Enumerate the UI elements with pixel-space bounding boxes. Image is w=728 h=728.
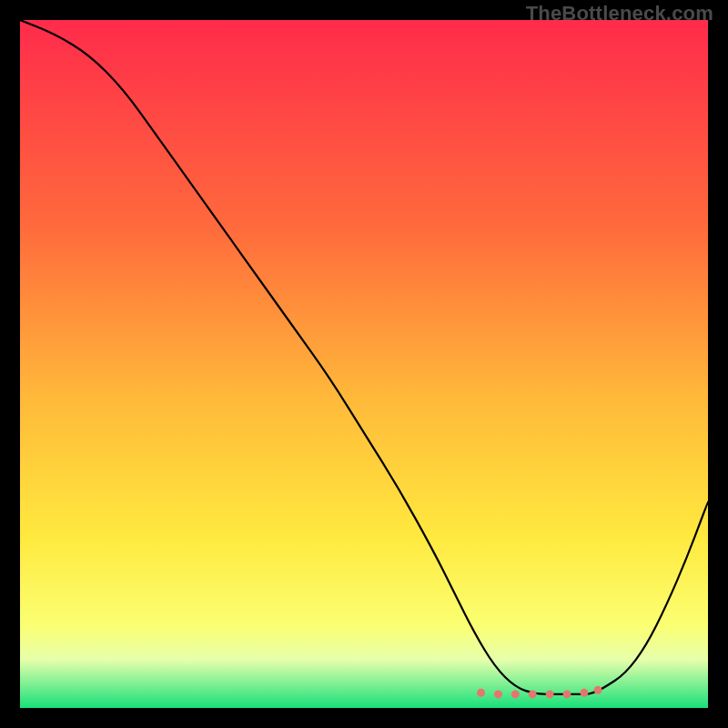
chart-frame: TheBottleneck.com (0, 0, 728, 728)
optimal-marker (546, 690, 554, 698)
optimal-marker (580, 689, 588, 697)
optimal-marker (563, 690, 571, 698)
optimal-marker (494, 690, 502, 698)
optimal-marker (594, 686, 602, 694)
optimal-marker (529, 690, 537, 698)
chart-svg (20, 20, 708, 708)
chart-plot-area (20, 20, 708, 708)
optimal-marker (477, 689, 485, 697)
svg-rect-0 (20, 20, 708, 708)
optimal-marker (511, 690, 520, 698)
